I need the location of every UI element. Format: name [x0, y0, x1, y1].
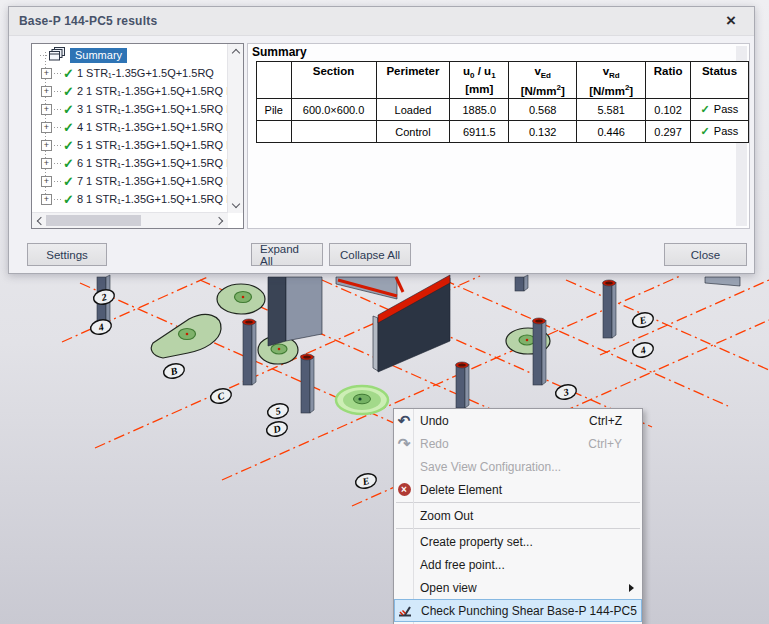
table-header: vEd[N/mm2]: [509, 62, 577, 99]
dialog-title: Base-P 144-PC5 results: [9, 14, 157, 28]
table-cell: 0.102: [646, 99, 691, 121]
table-cell: 5.581: [577, 99, 646, 121]
hscroll-thumb[interactable]: [46, 215, 141, 226]
menu-item-label: Save View Configuration...: [420, 460, 642, 474]
close-icon[interactable]: ×: [722, 9, 740, 33]
table-cell: 0.132: [509, 121, 577, 143]
table-cell: [291, 121, 376, 143]
table-header: Ratio: [646, 62, 691, 99]
expand-icon[interactable]: +: [41, 158, 52, 169]
menu-item[interactable]: Zoom Out: [394, 504, 642, 527]
table-header: Section: [291, 62, 376, 99]
menu-item[interactable]: Check Punching Shear Base-P 144-PC5: [394, 599, 642, 622]
table-header: u0 / u1[mm]: [450, 62, 509, 99]
grid-bubble: E: [631, 311, 655, 330]
tree-item-label: 5 1 STR₁-1.35G+1.5Q+1.5RQ P: [77, 139, 228, 151]
redo-icon: ↷: [396, 436, 412, 452]
expand-icon[interactable]: +: [41, 194, 52, 205]
table-header: vRd[N/mm2]: [577, 62, 646, 99]
status-cell: ✓Pass: [690, 99, 748, 121]
tree-item[interactable]: +✓7 1 STR₁-1.35G+1.5Q+1.5RQ P: [32, 172, 228, 190]
close-button[interactable]: Close: [664, 243, 747, 266]
table-header: Status: [690, 62, 748, 99]
scroll-left-icon[interactable]: [32, 213, 47, 228]
check-icon: ✓: [63, 174, 74, 189]
menu-item[interactable]: ↷RedoCtrl+Y: [394, 432, 642, 455]
expand-all-button[interactable]: Expand All: [251, 243, 323, 266]
result-tree-panel: Summary +✓1 STR₁-1.35G+1.5Q+1.5RQ+✓2 1 S…: [31, 43, 244, 229]
menu-separator: [396, 528, 640, 529]
expand-icon[interactable]: +: [41, 68, 52, 79]
tree-vertical-scrollbar[interactable]: [227, 44, 243, 213]
walls: [268, 275, 740, 372]
expand-icon[interactable]: +: [41, 104, 52, 115]
status-text: Pass: [714, 125, 738, 137]
table-cell: Control: [376, 121, 450, 143]
tree-item-label: 8 1 STR₁-1.35G+1.5Q+1.5RQ P.: [77, 193, 228, 205]
grid-bubble: 4: [631, 341, 655, 360]
tree-item[interactable]: +✓5 1 STR₁-1.35G+1.5Q+1.5RQ P: [32, 136, 228, 154]
check-icon: ✓: [63, 156, 74, 171]
grid-bubble: 5: [266, 402, 290, 421]
table-header: [257, 62, 292, 99]
tree-item[interactable]: +✓4 1 STR₁-1.35G+1.5Q+1.5RQ P.: [32, 118, 228, 136]
results-table: SectionPerimeteru0 / u1[mm]vEd[N/mm2]vRd…: [256, 61, 749, 143]
table-cell: Loaded: [376, 99, 450, 121]
tree-horizontal-scrollbar[interactable]: [32, 212, 228, 228]
collapse-all-button[interactable]: Collapse All: [329, 243, 411, 266]
context-menu: ↶UndoCtrl+Z↷RedoCtrl+YSave View Configur…: [393, 408, 643, 624]
tree-item[interactable]: +✓8 1 STR₁-1.35G+1.5Q+1.5RQ P.: [32, 190, 228, 208]
menu-item-shortcut: Ctrl+Z: [589, 414, 622, 428]
pass-check-icon: ✓: [701, 125, 710, 137]
tree-item-label: 6 1 STR₁-1.35G+1.5Q+1.5RQ P: [77, 157, 228, 169]
grid-bubble: D: [265, 420, 289, 439]
pile-caps: [151, 284, 550, 364]
menu-item-label: Delete Element: [420, 483, 642, 497]
tree-item-summary-label[interactable]: Summary: [70, 48, 127, 63]
scroll-up-icon[interactable]: [228, 44, 243, 59]
delete-icon: ×: [396, 482, 412, 498]
tree-item-label: 7 1 STR₁-1.35G+1.5Q+1.5RQ P: [77, 175, 228, 187]
menu-item[interactable]: Add free point...: [394, 553, 642, 576]
table-cell: 6911.5: [450, 121, 509, 143]
expand-icon[interactable]: +: [41, 122, 52, 133]
tree-item[interactable]: +✓1 STR₁-1.35G+1.5Q+1.5RQ: [32, 64, 228, 82]
dialog-titlebar[interactable]: Base-P 144-PC5 results ×: [9, 7, 754, 36]
menu-item[interactable]: ↶UndoCtrl+Z: [394, 409, 642, 432]
menu-item[interactable]: Open view: [394, 576, 642, 599]
grid-bubble: C: [209, 387, 233, 406]
scroll-right-icon[interactable]: [213, 213, 228, 228]
menu-item-label: Redo: [420, 437, 588, 451]
table-cell: 0.297: [646, 121, 691, 143]
menu-item[interactable]: ×Delete Element: [394, 478, 642, 501]
table-cell: [257, 121, 292, 143]
check-icon: ✓: [63, 66, 74, 81]
grid-bubble: E: [354, 472, 378, 491]
menu-item-label: Create property set...: [420, 535, 642, 549]
tree-item[interactable]: +✓3 1 STR₁-1.35G+1.5Q+1.5RQ P.: [32, 100, 228, 118]
settings-button[interactable]: Settings: [27, 243, 107, 266]
undo-icon: ↶: [396, 413, 412, 429]
menu-item-label: Undo: [420, 414, 589, 428]
menu-item-label: Open view: [420, 581, 629, 595]
menu-item-label: Check Punching Shear Base-P 144-PC5: [421, 604, 641, 618]
check-icon: ✓: [63, 138, 74, 153]
results-dialog: Base-P 144-PC5 results × Summary +✓1 STR…: [8, 6, 755, 274]
expand-icon[interactable]: +: [41, 140, 52, 151]
tree-item[interactable]: +✓6 1 STR₁-1.35G+1.5Q+1.5RQ P: [32, 154, 228, 172]
menu-item[interactable]: Create property set...: [394, 530, 642, 553]
expand-icon[interactable]: +: [41, 86, 52, 97]
check-icon: ✓: [63, 102, 74, 117]
menu-item[interactable]: Save View Configuration...: [394, 455, 642, 478]
scroll-down-icon[interactable]: [228, 198, 243, 213]
grid-bubble: B: [162, 362, 186, 381]
expand-icon[interactable]: +: [41, 176, 52, 187]
menu-item-label: Zoom Out: [420, 509, 642, 523]
table-cell: 1885.0: [450, 99, 509, 121]
menu-item-label: Add free point...: [420, 558, 642, 572]
table-row: Pile600.0×600.0Loaded1885.00.5685.5810.1…: [257, 99, 749, 121]
tree-item[interactable]: +✓2 1 STR₁-1.35G+1.5Q+1.5RQ P: [32, 82, 228, 100]
tree-item-summary[interactable]: Summary: [32, 46, 228, 64]
summary-panel: Summary SectionPerimeteru0 / u1[mm]vEd[N…: [247, 43, 750, 229]
selected-pile[interactable]: [336, 386, 388, 414]
